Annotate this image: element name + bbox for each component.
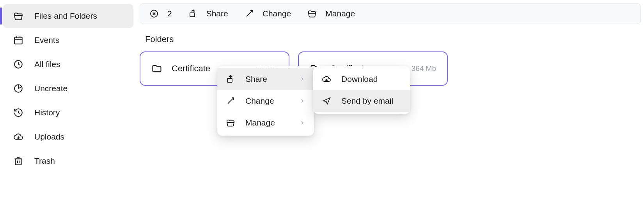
close-circle-icon	[149, 9, 159, 18]
context-item-label: Download	[341, 74, 401, 84]
folder-open-icon	[307, 9, 317, 18]
svg-marker-24	[323, 98, 330, 104]
pencil-icon	[245, 9, 254, 18]
chevron-right-icon	[299, 98, 305, 104]
sidebar-item-label: Uncreate	[34, 84, 67, 93]
manage-button[interactable]: Manage	[307, 9, 355, 18]
sidebar-item-events[interactable]: Events	[0, 28, 137, 52]
sidebar-item-label: Trash	[34, 156, 55, 166]
svg-line-9	[18, 113, 20, 113]
manage-label: Manage	[325, 9, 355, 18]
deselect-button[interactable]: 2	[149, 9, 172, 18]
svg-line-20	[247, 11, 252, 16]
svg-rect-21	[227, 78, 232, 82]
send-icon	[322, 96, 331, 106]
share-label: Share	[206, 9, 228, 18]
pencil-icon	[226, 96, 235, 106]
sidebar-item-label: All files	[34, 60, 60, 69]
sidebar-item-label: History	[34, 108, 60, 117]
clock-icon	[13, 59, 23, 69]
svg-rect-0	[14, 37, 22, 44]
context-item-share[interactable]: Share	[217, 68, 314, 90]
share-icon	[226, 74, 235, 84]
svg-line-22	[228, 98, 233, 104]
history-icon	[13, 108, 23, 118]
folder-open-icon	[13, 11, 23, 21]
sidebar-item-label: Files and Folders	[34, 11, 97, 21]
sidebar: Files and Folders Events All files Uncre…	[0, 0, 137, 205]
selection-count: 2	[167, 9, 172, 18]
folder-size: 364 Mb	[412, 64, 436, 73]
sidebar-item-uncreate[interactable]: Uncreate	[0, 76, 137, 101]
change-button[interactable]: Change	[245, 9, 291, 18]
chevron-right-icon	[299, 76, 305, 82]
sidebar-item-trash[interactable]: Trash	[0, 149, 137, 173]
svg-rect-19	[190, 13, 195, 17]
context-item-manage[interactable]: Manage	[217, 112, 314, 134]
share-button[interactable]: Share	[188, 9, 228, 18]
sidebar-item-all-files[interactable]: All files	[0, 52, 137, 76]
context-item-label: Manage	[245, 118, 299, 127]
svg-rect-11	[15, 159, 21, 165]
context-item-label: Change	[245, 96, 299, 106]
folder-icon	[151, 63, 162, 74]
sidebar-item-label: Uploads	[34, 132, 64, 141]
chevron-right-icon	[299, 120, 305, 126]
cloud-download-icon	[13, 132, 23, 142]
selection-toolbar: 2 Share Change Manage	[140, 3, 641, 24]
cloud-download-icon	[322, 74, 331, 84]
share-icon	[188, 9, 198, 18]
svg-line-6	[18, 64, 20, 65]
change-label: Change	[263, 9, 291, 18]
folder-open-icon	[226, 118, 235, 127]
sidebar-item-label: Events	[34, 35, 59, 45]
context-item-download[interactable]: Download	[313, 68, 410, 90]
context-submenu: Download Send by email	[313, 66, 410, 114]
context-item-label: Send by email	[341, 96, 401, 106]
sidebar-item-uploads[interactable]: Uploads	[0, 125, 137, 149]
calendar-icon	[13, 35, 23, 45]
context-item-send-email[interactable]: Send by email	[313, 90, 410, 112]
context-menu: Share Change Manage	[217, 66, 314, 136]
context-item-change[interactable]: Change	[217, 90, 314, 112]
section-title: Folders	[145, 34, 641, 44]
pie-icon	[13, 83, 23, 94]
sidebar-item-history[interactable]: History	[0, 101, 137, 125]
sidebar-item-files-folders[interactable]: Files and Folders	[3, 4, 133, 28]
context-item-label: Share	[245, 74, 299, 84]
trash-icon	[13, 156, 23, 166]
